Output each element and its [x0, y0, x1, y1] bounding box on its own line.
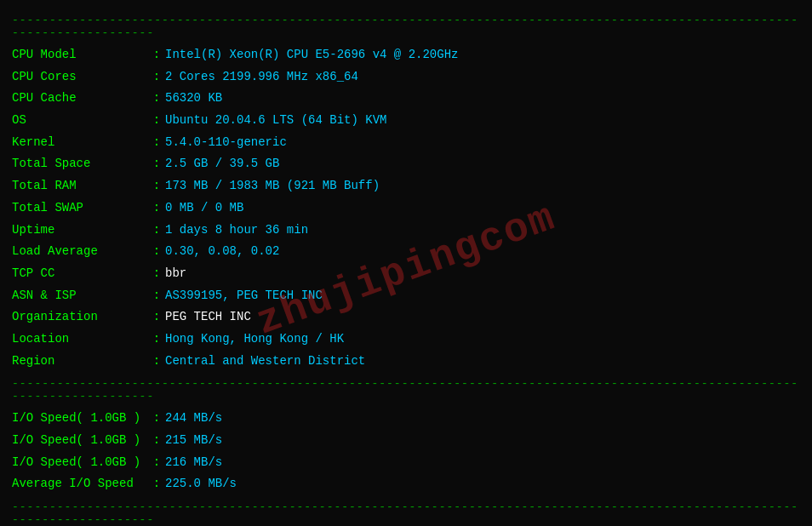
row-colon: : — [148, 44, 165, 66]
bottom-divider: ----------------------------------------… — [12, 500, 800, 526]
row-value: 173 MB / 1983 MB (921 MB Buff) — [165, 175, 800, 197]
row-value: PEG TECH INC — [165, 306, 800, 329]
row-value: 216 MB/s — [165, 452, 800, 474]
row-label: Total SWAP — [12, 197, 148, 220]
row-value: 1 days 8 hour 36 min — [165, 220, 800, 242]
row-label: CPU Cache — [12, 88, 148, 110]
row-label: Uptime — [12, 220, 148, 242]
row-value: 244 MB/s — [165, 408, 800, 430]
table-row: ASN & ISP:AS399195, PEG TECH INC — [12, 285, 800, 307]
row-label: Kernel — [12, 132, 148, 154]
io-speed-section: I/O Speed( 1.0GB ):244 MB/sI/O Speed( 1.… — [12, 408, 800, 495]
table-row: Total SWAP:0 MB / 0 MB — [12, 197, 800, 220]
table-row: I/O Speed( 1.0GB ):244 MB/s — [12, 408, 800, 430]
row-colon: : — [148, 351, 165, 373]
middle-divider: ----------------------------------------… — [12, 377, 800, 403]
row-colon: : — [148, 473, 165, 495]
table-row: CPU Cores:2 Cores 2199.996 MHz x86_64 — [12, 66, 800, 89]
row-value: 5.4.0-110-generic — [165, 132, 800, 154]
row-value: 225.0 MB/s — [165, 473, 800, 495]
row-label: ASN & ISP — [12, 285, 148, 307]
top-divider: ----------------------------------------… — [12, 14, 800, 39]
row-label: I/O Speed( 1.0GB ) — [12, 452, 148, 474]
row-colon: : — [148, 66, 165, 89]
system-info-section: CPU Model:Intel(R) Xeon(R) CPU E5-2696 v… — [12, 44, 800, 372]
row-label: Average I/O Speed — [12, 473, 148, 495]
row-value: 0.30, 0.08, 0.02 — [165, 241, 800, 263]
row-colon: : — [148, 110, 165, 132]
row-label: CPU Cores — [12, 66, 148, 89]
terminal-container: ----------------------------------------… — [12, 14, 800, 526]
table-row: Uptime:1 days 8 hour 36 min — [12, 220, 800, 242]
table-row: I/O Speed( 1.0GB ):215 MB/s — [12, 430, 800, 452]
row-colon: : — [148, 329, 165, 351]
row-colon: : — [148, 306, 165, 329]
row-colon: : — [148, 220, 165, 242]
table-row: TCP CC:bbr — [12, 263, 800, 285]
row-value: Hong Kong, Hong Kong / HK — [165, 329, 800, 351]
row-label: Region — [12, 351, 148, 373]
table-row: Total RAM:173 MB / 1983 MB (921 MB Buff) — [12, 175, 800, 197]
table-row: Location:Hong Kong, Hong Kong / HK — [12, 329, 800, 351]
row-colon: : — [148, 285, 165, 307]
row-colon: : — [148, 88, 165, 110]
row-value: 2 Cores 2199.996 MHz x86_64 — [165, 66, 800, 89]
row-colon: : — [148, 197, 165, 220]
row-label: Total RAM — [12, 175, 148, 197]
row-value: Intel(R) Xeon(R) CPU E5-2696 v4 @ 2.20GH… — [165, 44, 800, 66]
row-label: I/O Speed( 1.0GB ) — [12, 430, 148, 452]
row-colon: : — [148, 175, 165, 197]
row-label: I/O Speed( 1.0GB ) — [12, 408, 148, 430]
row-colon: : — [148, 430, 165, 452]
row-value: 215 MB/s — [165, 430, 800, 452]
table-row: OS:Ubuntu 20.04.6 LTS (64 Bit) KVM — [12, 110, 800, 132]
row-value: 2.5 GB / 39.5 GB — [165, 153, 800, 175]
row-colon: : — [148, 241, 165, 263]
row-label: OS — [12, 110, 148, 132]
table-row: CPU Model:Intel(R) Xeon(R) CPU E5-2696 v… — [12, 44, 800, 66]
row-label: Total Space — [12, 153, 148, 175]
table-row: Kernel:5.4.0-110-generic — [12, 132, 800, 154]
row-value: 0 MB / 0 MB — [165, 197, 800, 220]
row-colon: : — [148, 408, 165, 430]
row-label: Organization — [12, 306, 148, 329]
row-colon: : — [148, 263, 165, 285]
row-label: CPU Model — [12, 44, 148, 66]
row-value: Ubuntu 20.04.6 LTS (64 Bit) KVM — [165, 110, 800, 132]
row-value: AS399195, PEG TECH INC — [165, 285, 800, 307]
table-row: Organization:PEG TECH INC — [12, 306, 800, 329]
table-row: Region:Central and Western District — [12, 351, 800, 373]
row-colon: : — [148, 452, 165, 474]
table-row: Average I/O Speed:225.0 MB/s — [12, 473, 800, 495]
row-colon: : — [148, 132, 165, 154]
row-value: 56320 KB — [165, 88, 800, 110]
table-row: Total Space:2.5 GB / 39.5 GB — [12, 153, 800, 175]
table-row: I/O Speed( 1.0GB ):216 MB/s — [12, 452, 800, 474]
table-row: CPU Cache:56320 KB — [12, 88, 800, 110]
row-label: Load Average — [12, 241, 148, 263]
row-label: Location — [12, 329, 148, 351]
row-value: bbr — [165, 263, 800, 285]
row-value: Central and Western District — [165, 351, 800, 373]
row-label: TCP CC — [12, 263, 148, 285]
row-colon: : — [148, 153, 165, 175]
table-row: Load Average:0.30, 0.08, 0.02 — [12, 241, 800, 263]
